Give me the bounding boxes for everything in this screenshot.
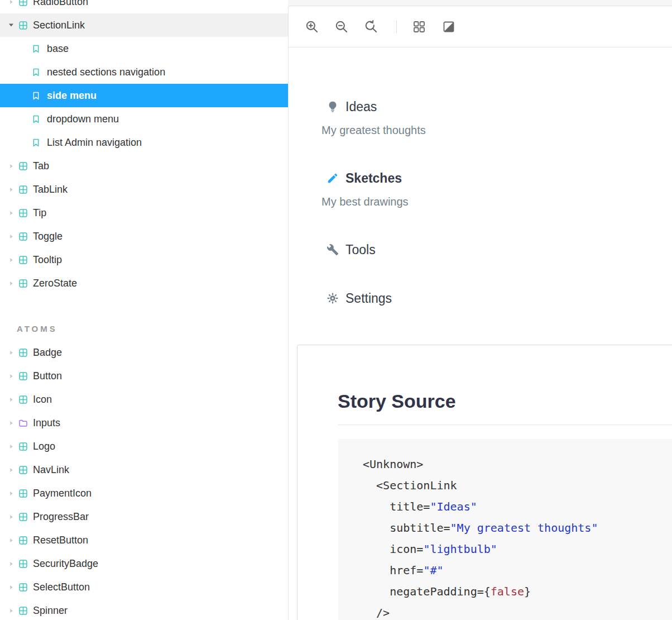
sectionlink-title: Ideas <box>345 98 377 115</box>
sidebar-story-dropdown-menu[interactable]: dropdown menu <box>0 107 288 131</box>
sidebar-story-label: nested sections navigation <box>47 66 165 78</box>
sidebar-item-label: ProgressBar <box>33 511 89 523</box>
component-grid-icon <box>19 560 27 568</box>
sectionlink-tools[interactable]: Tools <box>321 241 672 258</box>
sidebar-item-label: TabLink <box>33 184 68 195</box>
sectionlink-title: Tools <box>345 241 376 258</box>
expander-caret-icon[interactable] <box>8 350 15 355</box>
sidebar-item-selectbutton[interactable]: SelectButton <box>0 575 288 599</box>
component-grid-icon <box>19 349 27 357</box>
sectionlink-sketches[interactable]: Sketches My best drawings <box>321 170 672 209</box>
expander-caret-icon[interactable] <box>8 187 15 192</box>
component-grid-icon <box>19 0 27 6</box>
sidebar-item-label: ResetButton <box>33 535 88 546</box>
sidebar-tree: RadioButton SectionLink base nested sect… <box>0 0 288 620</box>
sectionlink-title: Settings <box>345 290 392 307</box>
sidebar-item-label: Tab <box>33 160 49 172</box>
zoom-reset-button[interactable] <box>363 19 378 34</box>
component-grid-icon <box>19 395 27 404</box>
sidebar-item-icon[interactable]: Icon <box>0 388 288 411</box>
expander-caret-icon[interactable] <box>8 468 15 473</box>
expander-caret-icon[interactable] <box>8 374 15 379</box>
bookmark-icon <box>32 139 40 147</box>
expander-caret-icon[interactable] <box>8 444 15 449</box>
sidebar-item-paymenticon[interactable]: PaymentIcon <box>0 481 288 505</box>
expander-caret-icon[interactable] <box>8 397 15 402</box>
sidebar: RadioButton SectionLink base nested sect… <box>0 0 288 620</box>
sidebar-item-zerostate[interactable]: ZeroState <box>0 271 288 295</box>
expander-caret-icon[interactable] <box>8 585 15 590</box>
canvas-card: Ideas My greatest thoughts Sketches My b… <box>288 6 672 620</box>
sidebar-story-list-admin-navigation[interactable]: List Admin navigation <box>0 131 288 154</box>
sidebar-item-navlink[interactable]: NavLink <box>0 458 288 481</box>
component-grid-icon <box>19 583 27 592</box>
expander-caret-icon[interactable] <box>8 421 15 426</box>
sidebar-item-radiobutton[interactable]: RadioButton <box>0 0 288 13</box>
story-canvas: Ideas My greatest thoughts Sketches My b… <box>289 47 672 345</box>
sidebar-item-button[interactable]: Button <box>0 364 288 388</box>
sidebar-item-spinner[interactable]: Spinner <box>0 599 288 620</box>
sidebar-item-securitybadge[interactable]: SecurityBadge <box>0 552 288 575</box>
component-grid-icon <box>19 466 27 474</box>
zoom-in-button[interactable] <box>304 19 319 34</box>
sidebar-item-tablink[interactable]: TabLink <box>0 178 288 201</box>
sidebar-story-label: side menu <box>47 90 97 102</box>
sectionlink-ideas[interactable]: Ideas My greatest thoughts <box>321 98 672 138</box>
grid-toggle-button[interactable] <box>411 19 426 34</box>
component-grid-icon <box>19 372 27 380</box>
sidebar-item-label: SelectButton <box>33 581 90 593</box>
expander-caret-icon[interactable] <box>8 281 15 286</box>
story-source-panel: Story Source <Unknown> <SectionLink titl… <box>297 345 672 620</box>
expander-caret-icon[interactable] <box>8 164 15 169</box>
sidebar-item-tab[interactable]: Tab <box>0 154 288 178</box>
sidebar-item-inputs[interactable]: Inputs <box>0 411 288 435</box>
background-toggle-button[interactable] <box>441 19 456 34</box>
sidebar-item-progressbar[interactable]: ProgressBar <box>0 505 288 528</box>
expander-caret-icon[interactable] <box>8 514 15 519</box>
expander-caret-icon[interactable] <box>8 22 15 28</box>
sidebar-story-label: base <box>47 43 69 55</box>
sidebar-item-label: ZeroState <box>33 278 77 289</box>
expander-caret-icon[interactable] <box>8 0 15 4</box>
sidebar-item-label: Inputs <box>33 417 60 429</box>
story-source-panel-wrap: Story Source <Unknown> <SectionLink titl… <box>289 345 672 620</box>
component-grid-icon <box>19 256 27 264</box>
expander-caret-icon[interactable] <box>8 561 15 566</box>
sectionlink-settings[interactable]: Settings <box>321 290 672 307</box>
zoom-out-button[interactable] <box>334 19 349 34</box>
sidebar-item-toggle[interactable]: Toggle <box>0 225 288 248</box>
toolbar-divider <box>396 21 397 33</box>
expander-caret-icon[interactable] <box>8 257 15 263</box>
sidebar-item-label: Toggle <box>33 231 63 242</box>
canvas-toolbar <box>289 6 672 47</box>
expander-caret-icon[interactable] <box>8 538 15 543</box>
sidebar-item-resetbutton[interactable]: ResetButton <box>0 528 288 552</box>
sidebar-item-label: PaymentIcon <box>33 488 92 499</box>
sectionlink-head: Sketches <box>321 170 672 187</box>
sidebar-item-tip[interactable]: Tip <box>0 201 288 225</box>
sidebar-story-nested-sections-navigation[interactable]: nested sections navigation <box>0 60 288 84</box>
preview-pane: Ideas My greatest thoughts Sketches My b… <box>288 0 672 620</box>
component-grid-icon <box>19 21 27 30</box>
folder-icon <box>19 419 27 427</box>
sidebar-item-label: Tooltip <box>33 254 62 266</box>
sidebar-item-sectionlink[interactable]: SectionLink <box>0 13 288 37</box>
sidebar-section-header-atoms: ATOMS <box>0 316 288 341</box>
sidebar-item-tooltip[interactable]: Tooltip <box>0 248 288 271</box>
sidebar-item-label: RadioButton <box>33 0 88 8</box>
sidebar-story-base[interactable]: base <box>0 37 288 60</box>
expander-caret-icon[interactable] <box>8 234 15 239</box>
sidebar-story-side-menu-selected[interactable]: side menu <box>0 84 288 107</box>
bookmark-icon <box>32 45 40 53</box>
expander-caret-icon[interactable] <box>8 211 15 216</box>
sectionlink-head: Settings <box>321 290 672 307</box>
component-grid-icon <box>19 442 27 451</box>
expander-caret-icon[interactable] <box>8 491 15 496</box>
sidebar-item-label: SecurityBadge <box>33 558 98 570</box>
bookmark-icon <box>32 68 40 77</box>
sidebar-item-logo[interactable]: Logo <box>0 435 288 458</box>
component-grid-icon <box>19 607 27 615</box>
expander-caret-icon[interactable] <box>8 608 15 613</box>
component-grid-icon <box>19 489 27 498</box>
sidebar-item-badge[interactable]: Badge <box>0 341 288 364</box>
